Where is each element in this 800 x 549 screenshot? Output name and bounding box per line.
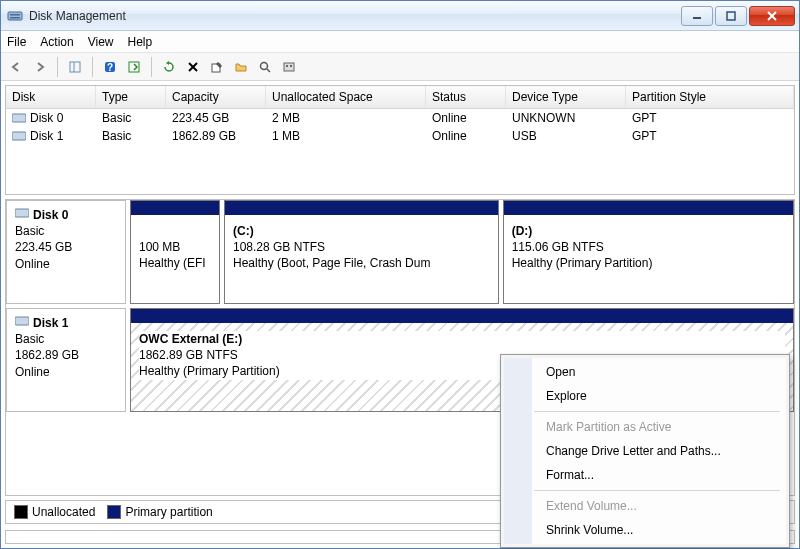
menu-separator	[534, 411, 780, 412]
partition-efi[interactable]: 100 MB Healthy (EFI	[130, 200, 220, 304]
minimize-button[interactable]	[681, 6, 713, 26]
disk-type: Basic	[15, 331, 117, 347]
disk-size: 223.45 GB	[15, 239, 117, 255]
toolbar-separator	[151, 57, 152, 77]
properties-button[interactable]	[206, 56, 228, 78]
cell-disk: Disk 1	[6, 127, 96, 145]
cell-capacity: 1862.89 GB	[166, 127, 266, 145]
cell-unallocated: 2 MB	[266, 109, 426, 127]
disk-name: Disk 1	[33, 315, 68, 331]
disk-icon	[15, 207, 29, 223]
col-device[interactable]: Device Type	[506, 86, 626, 108]
back-button[interactable]	[5, 56, 27, 78]
menu-mark-active[interactable]: Mark Partition as Active	[532, 415, 786, 439]
menu-change-drive-letter[interactable]: Change Drive Letter and Paths...	[532, 439, 786, 463]
partition-status: Healthy (Primary Partition)	[512, 255, 785, 271]
cell-pstyle: GPT	[626, 109, 794, 127]
svg-text:?: ?	[107, 62, 113, 73]
col-type[interactable]: Type	[96, 86, 166, 108]
delete-button[interactable]	[182, 56, 204, 78]
help-button[interactable]: ?	[99, 56, 121, 78]
settings-button[interactable]	[278, 56, 300, 78]
col-status[interactable]: Status	[426, 86, 506, 108]
menu-open[interactable]: Open	[532, 360, 786, 384]
swatch-black-icon	[14, 505, 28, 519]
svg-rect-4	[727, 12, 735, 20]
partition-size: 100 MB	[139, 239, 211, 255]
partition-d[interactable]: (D:) 115.06 GB NTFS Healthy (Primary Par…	[503, 200, 794, 304]
search-button[interactable]	[254, 56, 276, 78]
titlebar: Disk Management	[1, 1, 799, 31]
view-button[interactable]	[123, 56, 145, 78]
menu-help[interactable]: Help	[128, 35, 153, 49]
cell-type: Basic	[96, 127, 166, 145]
disk-type: Basic	[15, 223, 117, 239]
show-hide-tree-button[interactable]	[64, 56, 86, 78]
disk-status: Online	[15, 256, 117, 272]
disk-header[interactable]: Disk 0 Basic 223.45 GB Online	[6, 200, 126, 304]
disk-name-text: Disk 1	[30, 129, 63, 143]
maximize-button[interactable]	[715, 6, 747, 26]
svg-rect-2	[10, 17, 20, 19]
svg-rect-23	[15, 317, 29, 325]
menu-view[interactable]: View	[88, 35, 114, 49]
partition-stripe	[225, 201, 498, 215]
legend-unallocated-label: Unallocated	[32, 505, 95, 519]
partition-stripe	[131, 201, 219, 215]
forward-button[interactable]	[29, 56, 51, 78]
partition-c[interactable]: (C:) 108.28 GB NTFS Healthy (Boot, Page …	[224, 200, 499, 304]
menu-format[interactable]: Format...	[532, 463, 786, 487]
col-disk[interactable]: Disk	[6, 86, 96, 108]
svg-rect-18	[286, 65, 288, 67]
cell-device: UNKNOWN	[506, 109, 626, 127]
menu-action[interactable]: Action	[40, 35, 73, 49]
col-partition-style[interactable]: Partition Style	[626, 86, 794, 108]
cell-disk: Disk 0	[6, 109, 96, 127]
disk-list-row[interactable]: Disk 1 Basic 1862.89 GB 1 MB Online USB …	[6, 127, 794, 145]
disk-name: Disk 0	[33, 207, 68, 223]
menu-shrink-volume[interactable]: Shrink Volume...	[532, 518, 786, 542]
toolbar: ?	[1, 53, 799, 81]
partition-size: 115.06 GB NTFS	[512, 239, 785, 255]
svg-rect-17	[284, 63, 294, 71]
partition-name: (C:)	[233, 223, 490, 239]
menu-explore[interactable]: Explore	[532, 384, 786, 408]
disk-icon	[12, 130, 26, 142]
col-unallocated[interactable]: Unallocated Space	[266, 86, 426, 108]
refresh-button[interactable]	[158, 56, 180, 78]
partition-status: Healthy (Boot, Page File, Crash Dum	[233, 255, 490, 271]
partition-name: OWC External (E:)	[139, 331, 779, 347]
svg-rect-1	[10, 14, 20, 16]
menu-separator	[534, 490, 780, 491]
svg-rect-22	[15, 209, 29, 217]
menu-extend-volume[interactable]: Extend Volume...	[532, 494, 786, 518]
partition-status: Healthy (EFI	[139, 255, 211, 271]
swatch-blue-icon	[107, 505, 121, 519]
toolbar-separator	[57, 57, 58, 77]
list-header: Disk Type Capacity Unallocated Space Sta…	[6, 86, 794, 109]
disk-size: 1862.89 GB	[15, 347, 117, 363]
svg-line-16	[267, 69, 270, 72]
open-folder-button[interactable]	[230, 56, 252, 78]
disk-list-row[interactable]: Disk 0 Basic 223.45 GB 2 MB Online UNKNO…	[6, 109, 794, 127]
disk-management-icon	[7, 8, 23, 24]
svg-point-15	[261, 62, 268, 69]
partition-size: 108.28 GB NTFS	[233, 239, 490, 255]
disk-status: Online	[15, 364, 117, 380]
svg-rect-21	[12, 132, 26, 140]
col-capacity[interactable]: Capacity	[166, 86, 266, 108]
disk-header[interactable]: Disk 1 Basic 1862.89 GB Online	[6, 308, 126, 412]
close-button[interactable]	[749, 6, 795, 26]
partition-name: (D:)	[512, 223, 785, 239]
menu-bar: File Action View Help	[1, 31, 799, 53]
window-buttons	[681, 6, 795, 26]
disk-icon	[12, 112, 26, 124]
partition-strip: 100 MB Healthy (EFI (C:) 108.28 GB NTFS …	[126, 200, 794, 304]
disk-name-text: Disk 0	[30, 111, 63, 125]
partition-stripe	[131, 309, 793, 323]
cell-pstyle: GPT	[626, 127, 794, 145]
legend-primary-label: Primary partition	[125, 505, 212, 519]
menu-file[interactable]: File	[7, 35, 26, 49]
svg-rect-0	[8, 12, 22, 20]
toolbar-separator	[92, 57, 93, 77]
